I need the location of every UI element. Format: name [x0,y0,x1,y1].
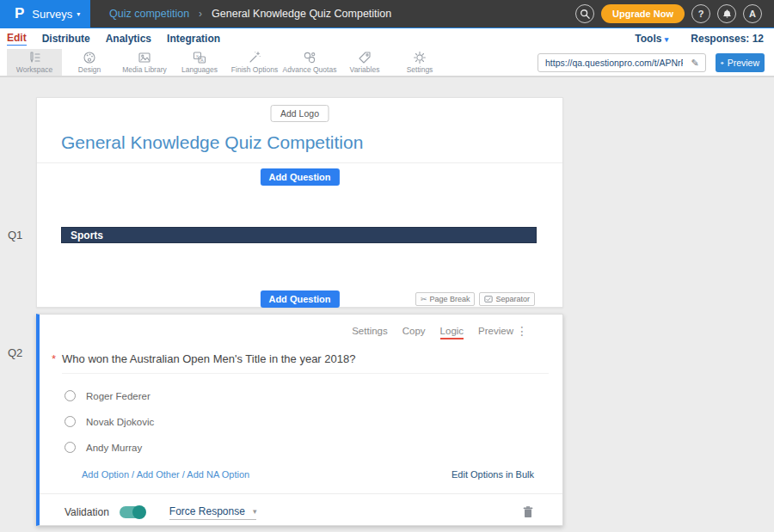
notifications-button[interactable] [717,4,736,23]
caret-down-icon: ▾ [665,35,669,44]
radio-button[interactable] [64,416,76,427]
add-other-link[interactable]: Add Other [137,469,180,480]
breadcrumb-separator-icon: › [199,8,202,20]
tab-integration[interactable]: Integration [167,33,220,46]
kebab-menu-icon[interactable]: ⋮ [516,324,528,338]
toolbar-item-finish-options[interactable]: Finish Options [227,49,282,76]
question-settings-link[interactable]: Settings [352,326,388,339]
option-links-row: Add Option / Add Other / Add NA Option E… [82,469,534,480]
question-copy-link[interactable]: Copy [402,326,426,339]
preview-button[interactable]: Preview [716,53,765,72]
answer-option-row: Novak Djokovic [64,416,154,427]
toolbar-item-label: Advance Quotas [283,65,337,74]
survey-header-card: Add Logo General Knowledge Quiz Competit… [36,97,563,308]
page-break-button[interactable]: ✂ Page Break [415,292,476,306]
toolbar-item-design[interactable]: Design [62,49,117,76]
nav-right: Tools ▾ Responses: 12 [635,33,774,45]
chain-links-icon [303,51,316,64]
force-response-value: Force Response [169,505,245,517]
tools-label: Tools [635,33,661,45]
palette-icon [83,51,96,64]
slash-separator: / [132,469,134,480]
toolbar-item-label: Variables [350,65,380,74]
responses-count[interactable]: Responses: 12 [691,33,764,45]
question-number-q2: Q2 [8,346,22,359]
bell-icon [722,9,732,19]
answer-option-row: Roger Federer [64,390,150,401]
validation-toggle[interactable] [120,506,145,518]
survey-title[interactable]: General Knowledge Quiz Competition [61,132,363,153]
tab-distribute[interactable]: Distribute [42,33,90,46]
search-button[interactable] [575,4,594,23]
question-number-q1: Q1 [8,229,22,242]
tab-edit[interactable]: Edit [7,32,27,46]
toolbar-item-media-library[interactable]: Media Library [117,49,172,76]
question-text-row: * Who won the Australian Open Men's Titl… [52,352,549,374]
toolbar-item-workspace[interactable]: Workspace [7,49,62,76]
toggle-knob [132,505,146,519]
survey-url-box: ✎ [538,53,706,72]
toolbar-item-label: Media Library [122,65,167,74]
caret-down-icon: ▾ [77,10,80,18]
delete-question-button[interactable] [523,506,533,518]
validation-row: Validation Force Response ▾ [64,504,533,521]
gear-icon [413,51,427,64]
toolbar-item-advance-quotas[interactable]: Advance Quotas [282,49,337,76]
brand-menu[interactable]: P Surveys ▾ [0,0,90,28]
radio-button[interactable] [64,442,76,453]
option-label[interactable]: Novak Djokovic [86,417,154,427]
help-button[interactable]: ? [691,4,710,23]
divider [37,162,562,163]
add-option-links: Add Option / Add Other / Add NA Option [82,469,249,480]
breadcrumb-survey-title: General Knowledge Quiz Competition [212,8,391,20]
question-logic-link[interactable]: Logic [440,326,464,339]
toolbar-item-languages[interactable]: xA Languages [172,49,227,76]
preview-label: Preview [728,58,759,68]
svg-text:x: x [196,53,199,58]
eye-icon [721,59,724,67]
translate-icon: xA [193,51,206,64]
svg-text:A: A [200,58,204,63]
divider [40,493,562,494]
q1-section-header[interactable]: Sports [61,227,537,243]
edit-options-in-bulk-link[interactable]: Edit Options in Bulk [452,469,534,480]
account-avatar[interactable]: A [743,4,762,23]
separator-button[interactable]: Separator [479,292,535,306]
add-question-button-top[interactable]: Add Question [260,168,339,186]
page-break-label: Page Break [429,295,470,303]
question-preview-link[interactable]: Preview [478,326,513,339]
edit-url-pencil-icon[interactable]: ✎ [685,58,705,69]
product-name: Surveys [32,8,72,21]
survey-nav: Edit Distribute Analytics Integration To… [0,28,774,49]
question-text[interactable]: Who won the Australian Open Men's Title … [62,352,549,374]
add-option-link[interactable]: Add Option [82,469,129,480]
answer-option-row: Andy Murray [64,442,142,453]
tag-icon [358,51,372,64]
radio-button[interactable] [64,390,76,401]
add-na-option-link[interactable]: Add NA Option [187,469,249,480]
trash-icon [523,506,533,518]
topbar-actions: Upgrade Now ? A [575,4,774,23]
add-logo-button[interactable]: Add Logo [270,105,329,122]
breadcrumb-folder[interactable]: Quiz competition [109,8,189,20]
force-response-dropdown[interactable]: Force Response ▾ [169,505,257,520]
tab-analytics[interactable]: Analytics [106,33,151,46]
add-question-button-bottom[interactable]: Add Question [260,290,339,308]
image-icon [138,51,151,64]
survey-url-input[interactable] [538,57,685,69]
slash-separator: / [182,469,185,480]
toolbar-item-label: Finish Options [231,65,278,74]
app-frame: P Surveys ▾ Quiz competition › General K… [0,0,774,532]
option-label[interactable]: Roger Federer [86,391,150,401]
option-label[interactable]: Andy Murray [86,443,142,453]
toolbar-item-label: Languages [181,65,218,74]
required-asterisk: * [52,352,56,374]
q2-question-card: Settings Copy Logic Preview ⋮ * Who won … [36,314,563,526]
toolbar-item-settings[interactable]: Settings [392,49,447,76]
separator-label: Separator [495,295,530,303]
toolbar-item-variables[interactable]: Variables [337,49,392,76]
workspace-icon [28,51,41,64]
upgrade-now-button[interactable]: Upgrade Now [601,4,685,23]
tools-menu[interactable]: Tools ▾ [635,33,668,45]
toolbar-item-label: Workspace [16,65,52,74]
